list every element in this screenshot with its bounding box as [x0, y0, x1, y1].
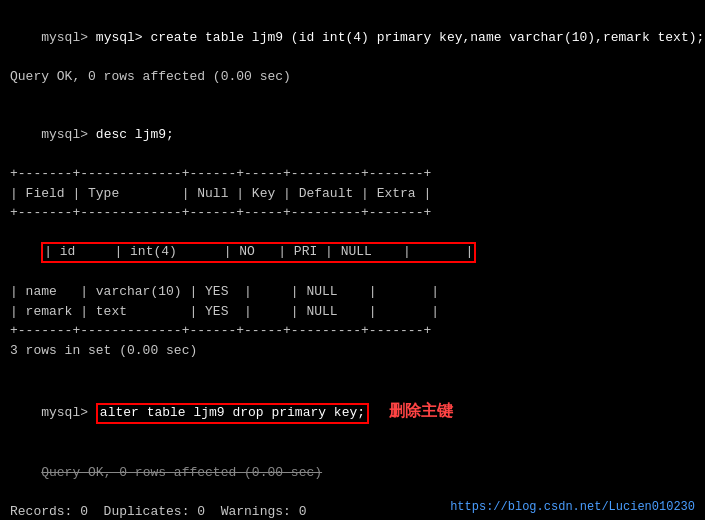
- create-cmd-line: mysql> mysql> create table ljm9 (id int(…: [10, 8, 695, 67]
- alter-result-strike: Query OK, 0 rows affected (0.00 sec): [10, 444, 695, 503]
- prompt: mysql>: [41, 30, 96, 45]
- table1-result: 3 rows in set (0.00 sec): [10, 341, 695, 361]
- table1-border1: +-------+-------------+------+-----+----…: [10, 164, 695, 184]
- table1-row2: | name | varchar(10) | YES | | NULL | |: [10, 282, 695, 302]
- id-row-highlight: | id | int(4) | NO | PRI | NULL | |: [41, 242, 476, 263]
- table1-row3: | remark | text | YES | | NULL | |: [10, 302, 695, 322]
- alter-cmd-highlight: alter table ljm9 drop primary key;: [96, 403, 369, 424]
- prompt3: mysql>: [41, 405, 96, 420]
- table1-row1: | id | int(4) | NO | PRI | NULL | |: [10, 223, 695, 283]
- footer-url: https://blog.csdn.net/Lucien010230: [450, 500, 695, 514]
- terminal: mysql> mysql> create table ljm9 (id int(…: [0, 0, 705, 520]
- prompt2: mysql>: [41, 127, 96, 142]
- create-cmd: mysql> create table ljm9 (id int(4) prim…: [96, 30, 705, 45]
- desc1-cmd-line: mysql> desc ljm9;: [10, 106, 695, 165]
- alter-cmd: alter table ljm9 drop primary key;: [100, 405, 365, 420]
- table1-header: | Field | Type | Null | Key | Default | …: [10, 184, 695, 204]
- table1-border2: +-------+-------------+------+-----+----…: [10, 203, 695, 223]
- alter-cmd-line: mysql> alter table ljm9 drop primary key…: [10, 380, 695, 444]
- blank1: [10, 86, 695, 106]
- blank2: [10, 360, 695, 380]
- table1-border3: +-------+-------------+------+-----+----…: [10, 321, 695, 341]
- create-result: Query OK, 0 rows affected (0.00 sec): [10, 67, 695, 87]
- alter-result-text: Query OK, 0 rows affected (0.00 sec): [41, 465, 322, 480]
- annotation-delete-pk: 删除主键: [389, 402, 453, 419]
- desc1-cmd: desc ljm9;: [96, 127, 174, 142]
